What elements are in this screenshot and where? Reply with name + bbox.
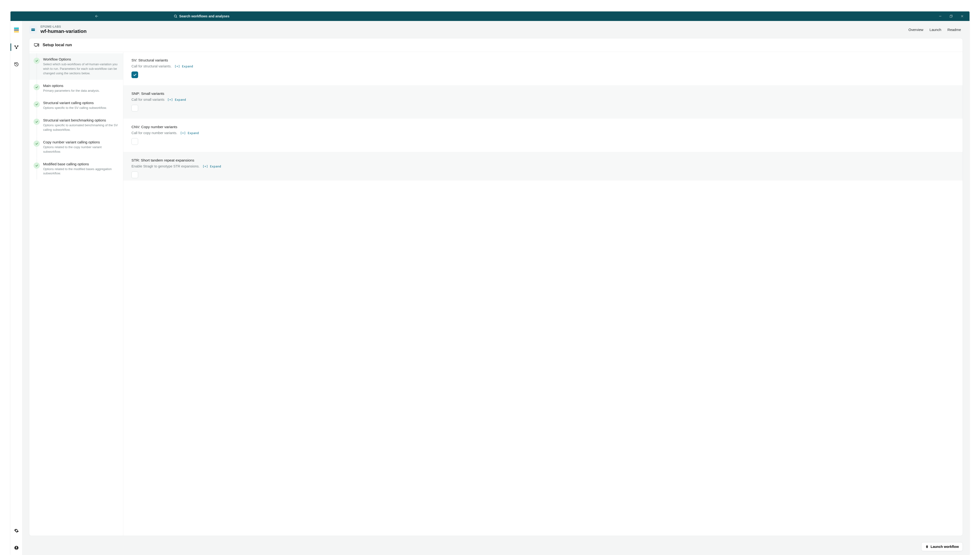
checkbox-cnv[interactable]: [131, 138, 138, 145]
close-button[interactable]: [960, 14, 964, 18]
option-desc: Call for small variants: [131, 98, 165, 101]
card-footer: Launch workflow: [22, 539, 969, 555]
step-cnv-calling[interactable]: Copy number variant calling optionsOptio…: [29, 136, 123, 158]
minimize-button[interactable]: [938, 14, 942, 18]
check-icon: [34, 58, 40, 64]
expand-link[interactable]: [+] Expand: [167, 98, 186, 101]
step-title: Structural variant calling options: [43, 101, 118, 105]
option-str: STR: Short tandem repeat expansions Enab…: [123, 152, 962, 181]
step-desc: Options related to the modified bases ag…: [43, 167, 118, 176]
rail-history[interactable]: [12, 59, 21, 69]
side-rail: [11, 21, 22, 555]
launch-workflow-button[interactable]: Launch workflow: [921, 542, 963, 551]
option-snp: SNP: Small variants Call for small varia…: [123, 85, 962, 119]
option-cnv: CNV: Copy number variants Call for copy …: [123, 119, 962, 152]
rocket-icon: [925, 545, 929, 549]
checkbox-str[interactable]: [131, 172, 138, 178]
svg-rect-10: [34, 43, 38, 46]
svg-rect-9: [32, 29, 35, 29]
check-icon: [34, 162, 40, 168]
search-icon: [174, 14, 178, 18]
check-icon: [34, 101, 40, 107]
check-icon: [34, 119, 40, 125]
history-icon: [14, 62, 19, 67]
launch-label: Launch workflow: [931, 545, 959, 549]
logo-icon: [14, 27, 19, 32]
checkbox-snp[interactable]: [131, 105, 138, 111]
step-desc: Select which sub-workflows of wf-human-v…: [43, 62, 118, 76]
checkbox-sv[interactable]: [131, 71, 138, 78]
card-icon: [31, 27, 35, 32]
step-sv-benchmarking[interactable]: Structural variant benchmarking optionsO…: [29, 114, 123, 136]
expand-link[interactable]: [+] Expand: [175, 64, 193, 68]
step-sv-calling[interactable]: Structural variant calling optionsOption…: [29, 97, 123, 114]
step-title: Copy number variant calling options: [43, 140, 118, 144]
workflow-icon: [29, 26, 37, 34]
step-desc: Options related to the copy number varia…: [43, 145, 118, 154]
tab-launch[interactable]: Launch: [929, 27, 941, 32]
step-title: Structural variant benchmarking options: [43, 118, 118, 122]
workflow-header: EPI2ME-LABS wf-human-variation Overview …: [22, 21, 969, 38]
monitor-icon: [34, 43, 39, 47]
check-icon: [34, 84, 40, 90]
expand-link[interactable]: [+] Expand: [180, 131, 199, 135]
option-desc: Call for copy number variants.: [131, 131, 178, 135]
expand-link[interactable]: [+] Expand: [202, 165, 221, 168]
option-desc: Enable Straglr to genotype STR expansion…: [131, 164, 200, 168]
tab-overview[interactable]: Overview: [908, 27, 924, 32]
option-desc: Call for structural variants.: [131, 64, 171, 68]
steps-pane[interactable]: Workflow OptionsSelect which sub-workflo…: [29, 52, 123, 536]
step-main-options[interactable]: Main optionsPrimary parameters for the d…: [29, 80, 123, 97]
option-title: STR: Short tandem repeat expansions: [131, 158, 954, 162]
search-bar[interactable]: Search workflows and analyses: [148, 12, 255, 20]
step-workflow-options[interactable]: Workflow OptionsSelect which sub-workflo…: [29, 53, 123, 80]
option-title: SV: Structural variants: [131, 58, 954, 63]
workflow-org: EPI2ME-LABS: [40, 25, 87, 28]
maximize-button[interactable]: [949, 14, 953, 18]
step-desc: Options specific to automated benchmarki…: [43, 123, 118, 132]
window-controls: [938, 14, 967, 18]
step-desc: Primary parameters for the data analysis…: [43, 88, 118, 93]
rail-workflows[interactable]: [12, 42, 21, 52]
rail-logo[interactable]: [12, 25, 21, 35]
svg-point-7: [16, 547, 17, 548]
setup-card: Setup local run Workflow OptionsSelect w…: [29, 38, 963, 536]
window-titlebar: Search workflows and analyses: [11, 11, 969, 21]
workflows-icon: [14, 45, 19, 50]
check-icon: [34, 141, 40, 147]
svg-rect-11: [38, 44, 39, 47]
back-button[interactable]: [93, 12, 101, 20]
step-title: Modified base calling options: [43, 162, 118, 166]
options-pane[interactable]: SV: Structural variants Call for structu…: [123, 52, 962, 536]
card-title: Setup local run: [43, 43, 72, 47]
step-title: Workflow Options: [43, 57, 118, 61]
option-title: CNV: Copy number variants: [131, 125, 954, 129]
search-placeholder: Search workflows and analyses: [179, 14, 230, 18]
rail-settings[interactable]: [12, 526, 21, 536]
step-mod-base-calling[interactable]: Modified base calling optionsOptions rel…: [29, 158, 123, 180]
gear-icon: [14, 528, 19, 533]
step-desc: Options specific to the SV calling subwo…: [43, 106, 118, 110]
option-title: SNP: Small variants: [131, 91, 954, 96]
tab-readme[interactable]: Readme: [947, 27, 961, 32]
svg-rect-2: [950, 16, 952, 18]
svg-rect-8: [32, 28, 35, 31]
user-icon: [14, 545, 19, 550]
workflow-name: wf-human-variation: [40, 28, 87, 34]
option-sv: SV: Structural variants Call for structu…: [123, 52, 962, 85]
rail-account[interactable]: [12, 543, 21, 553]
step-title: Main options: [43, 83, 118, 88]
